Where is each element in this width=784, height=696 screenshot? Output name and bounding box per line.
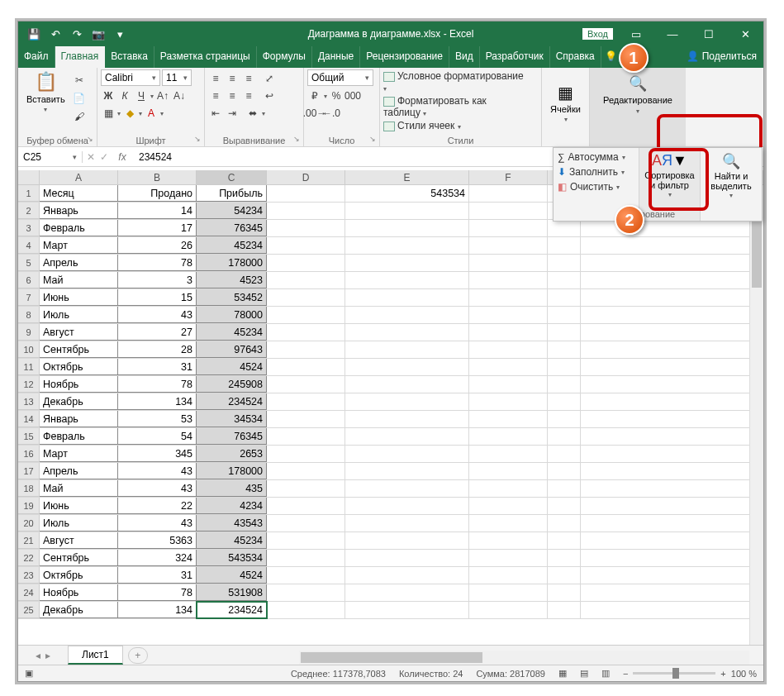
sheet-tab[interactable]: Лист1 <box>68 646 123 665</box>
cell[interactable]: Май <box>40 272 118 288</box>
italic-icon[interactable]: К <box>117 88 132 103</box>
redo-icon[interactable]: ↷ <box>69 26 84 41</box>
row-header[interactable]: 25 <box>18 602 40 618</box>
cell[interactable] <box>345 532 469 549</box>
cell[interactable] <box>548 584 581 601</box>
cell[interactable] <box>548 428 581 445</box>
cell[interactable] <box>345 550 469 566</box>
autosum-button[interactable]: ∑Автосумма ▾ <box>558 150 634 164</box>
cell[interactable]: Август <box>40 324 118 341</box>
cell[interactable] <box>548 359 581 375</box>
row-header[interactable]: 7 <box>18 289 40 306</box>
cell[interactable]: 27 <box>118 324 197 341</box>
cell[interactable] <box>345 428 469 445</box>
cell[interactable] <box>345 307 469 323</box>
cell[interactable]: 531908 <box>197 584 267 601</box>
signin-button[interactable]: Вход <box>582 28 613 40</box>
cell[interactable]: 53 <box>118 411 197 427</box>
cell[interactable]: Декабрь <box>40 393 118 410</box>
cell[interactable]: 543534 <box>345 185 469 202</box>
minimize-icon[interactable]: — <box>654 21 691 46</box>
cell[interactable] <box>469 480 548 497</box>
cell[interactable] <box>469 341 548 358</box>
cell[interactable] <box>345 220 469 236</box>
cell[interactable] <box>267 307 345 323</box>
cell[interactable] <box>267 463 345 479</box>
cell[interactable] <box>469 272 548 288</box>
align-bottom-icon[interactable]: ≡ <box>241 71 256 86</box>
cell[interactable]: 134 <box>118 393 197 410</box>
cell[interactable]: 4524 <box>197 359 267 375</box>
align-middle-icon[interactable]: ≡ <box>225 71 240 86</box>
decrease-decimal-icon[interactable]: ←.0 <box>324 106 339 121</box>
number-format-select[interactable]: Общий▾ <box>307 69 373 86</box>
cell[interactable]: 134 <box>118 602 197 618</box>
cell[interactable]: Февраль <box>40 428 118 445</box>
clear-button[interactable]: ◧Очистить ▾ <box>558 180 634 193</box>
cell[interactable] <box>345 515 469 532</box>
cell[interactable] <box>548 289 581 306</box>
view-layout-icon[interactable]: ▤ <box>580 668 588 679</box>
cell[interactable] <box>469 324 548 341</box>
clipboard-launcher-icon[interactable]: ↘ <box>85 135 95 145</box>
row-header[interactable]: 21 <box>18 532 40 549</box>
cell[interactable]: 43543 <box>197 515 267 532</box>
fx-icon[interactable]: fx <box>112 151 132 163</box>
col-header-B[interactable]: B <box>118 170 197 184</box>
cell[interactable]: 54 <box>118 428 197 445</box>
cell[interactable] <box>267 272 345 288</box>
increase-font-icon[interactable]: A↑ <box>155 88 170 103</box>
cell[interactable] <box>469 567 548 584</box>
sort-filter-button[interactable]: АЯ▼ Сортировка и фильтр ▾ <box>644 150 696 198</box>
number-launcher-icon[interactable]: ↘ <box>368 135 378 145</box>
cell[interactable] <box>267 185 345 202</box>
cell[interactable]: 324 <box>118 550 197 566</box>
tab-developer[interactable]: Разработчик <box>480 46 550 68</box>
cell[interactable] <box>267 393 345 410</box>
cell[interactable] <box>267 498 345 514</box>
cell[interactable]: Месяц <box>40 185 118 202</box>
cell[interactable]: 54234 <box>197 203 267 219</box>
tell-me[interactable]: 💡 ДН 1 <box>601 46 637 68</box>
accounting-icon[interactable]: ₽ <box>307 88 322 103</box>
share-button[interactable]: 👤 Поделиться <box>680 46 763 68</box>
cell[interactable] <box>267 515 345 532</box>
cell[interactable]: 43 <box>118 307 197 323</box>
camera-icon[interactable]: 📷 <box>91 26 106 41</box>
cut-icon[interactable]: ✂ <box>72 73 87 88</box>
tab-review[interactable]: Рецензирование <box>360 46 449 68</box>
cell[interactable]: Январь <box>40 411 118 427</box>
undo-icon[interactable]: ↶ <box>48 26 63 41</box>
cell[interactable]: 28 <box>118 341 197 358</box>
cell[interactable]: 78000 <box>197 307 267 323</box>
cell[interactable]: 31 <box>118 567 197 584</box>
cell[interactable] <box>267 446 345 462</box>
cell[interactable]: 5363 <box>118 532 197 549</box>
cell[interactable] <box>345 463 469 479</box>
cell[interactable] <box>345 584 469 601</box>
cell[interactable] <box>469 220 548 236</box>
cell[interactable]: Сентябрь <box>40 550 118 566</box>
cell[interactable] <box>548 446 581 462</box>
cell[interactable] <box>469 463 548 479</box>
cell[interactable] <box>469 393 548 410</box>
enter-icon[interactable]: ✓ <box>100 151 108 163</box>
cell[interactable]: 178000 <box>197 255 267 271</box>
cell[interactable]: 26 <box>118 237 197 254</box>
row-header[interactable]: 20 <box>18 515 40 532</box>
bold-icon[interactable]: Ж <box>101 88 116 103</box>
font-color-icon[interactable]: A <box>144 106 159 121</box>
horizontal-scrollbar[interactable] <box>299 651 749 665</box>
row-header[interactable]: 1 <box>18 185 40 202</box>
cell[interactable] <box>469 428 548 445</box>
cell[interactable]: 345 <box>118 446 197 462</box>
col-header-E[interactable]: E <box>345 170 469 184</box>
merge-icon[interactable]: ⬌ <box>245 106 260 121</box>
qat-more-icon[interactable]: ▾ <box>112 26 127 41</box>
col-header-F[interactable]: F <box>469 170 548 184</box>
format-as-table[interactable]: Форматировать как таблицу ▾ <box>383 94 526 119</box>
paste-button[interactable]: 📋 Вставить ▾ <box>21 69 70 115</box>
cell[interactable]: Март <box>40 446 118 462</box>
cell[interactable]: Май <box>40 480 118 497</box>
cell[interactable]: 234524 <box>197 393 267 410</box>
